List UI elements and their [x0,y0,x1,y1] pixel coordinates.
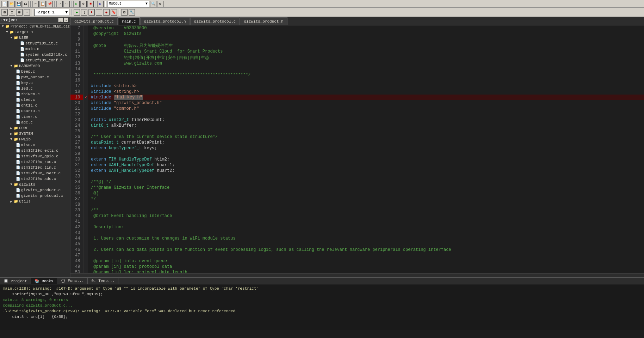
line-content-12[interactable]: 链接|增值|开放|中立|安全|自有|自由|生态 [88,54,644,61]
bottom-tab-build[interactable]: 📚 Books [31,278,57,284]
line-content-22[interactable] [88,111,644,117]
line-content-38[interactable] [88,202,644,207]
mscout-dropdown[interactable]: MsCout ▼ [107,1,149,7]
line-content-24[interactable]: uint8_t aRxBuffer; [88,123,644,128]
line-content-8[interactable]: @copyright Gizwits [88,31,644,37]
tree-core[interactable]: ▶ 📁 CORE [0,125,70,131]
line-content-15[interactable]: ****************************************… [88,72,644,78]
target-dropdown[interactable]: Target 1 ▼ [34,9,69,16]
tb2-btn3[interactable]: ⊠ [16,9,23,16]
tb2-tool-btn[interactable]: 🔧 [129,9,135,16]
tb2-bp4-btn[interactable]: 🔖 [111,9,117,16]
tree-project-root[interactable]: ▼ 📁 Project: C8T6_DHT11_OLED_gizwits [0,24,70,29]
line-content-41[interactable] [88,219,644,224]
cut-btn[interactable]: ✂ [32,1,39,7]
tb2-window-btn[interactable]: ⊞ [121,9,128,16]
tree-adc[interactable]: 📄 adc.c [0,120,70,125]
rebuild-btn[interactable]: ⚙ [80,1,87,7]
new-file-btn[interactable]: 📄 [1,1,8,7]
bottom-tab-project[interactable]: 🔲 Project [0,278,31,284]
line-content-46[interactable]: 2. Users can add data points in the func… [88,247,644,253]
line-content-33[interactable] [88,174,644,179]
tree-usart3[interactable]: 📄 usart3.c [0,108,70,114]
line-content-47[interactable] [88,253,644,258]
tab-gizwits-protocol-h[interactable]: gizwits_protocol.h [140,17,190,25]
line-content-28[interactable]: extern keysTypedef_t keys; [88,145,644,151]
line-content-48[interactable]: @param [in] info: event queue [88,258,644,264]
horizontal-scrollbar[interactable] [70,273,644,277]
line-content-18[interactable]: #include <string.h> [88,89,644,95]
stop-btn[interactable]: ■ [87,1,94,7]
tab-gizwits-protocol-c[interactable]: gizwits_protocol.c [190,17,240,25]
line-content-23[interactable]: static uint32_t timerMsCount; [88,117,644,123]
tree-gizwits-product[interactable]: 📄 gizwits_product.c [0,187,70,193]
tree-gizwits-protocol[interactable]: 📄 gizwits_protocol.c [0,193,70,199]
line-content-26[interactable]: /** User area the current device state s… [88,134,644,140]
tree-adc-fw[interactable]: 📄 stm32f10x_adc.c [0,176,70,182]
tree-system[interactable]: ▶ 📁 SYSTEM [0,131,70,137]
build-btn[interactable]: ▶ [73,1,80,7]
tree-misc[interactable]: 📄 misc.c [0,142,70,148]
tb2-bp2-btn[interactable]: ◌ [96,9,102,16]
line-content-34[interactable]: /**@} */ [88,179,644,185]
tb2-btn1[interactable]: ⊞ [1,9,8,16]
sidebar-close-btn[interactable]: × [64,18,69,23]
tb2-step-btn[interactable]: ⤵ [81,9,87,16]
settings-btn[interactable]: ⚙ [157,1,163,7]
line-content-40[interactable]: @brief Event handling interface [88,213,644,219]
tb2-bp3-btn[interactable]: ◈ [103,9,110,16]
line-content-7[interactable]: @version V03030000 [88,25,644,31]
save-all-btn[interactable]: 🗂 [23,1,29,7]
tree-main-c[interactable]: 📄 main.c [0,46,70,52]
line-content-25[interactable] [88,128,644,134]
tree-target1[interactable]: ▼ 📁 Target 1 [0,29,70,35]
tb2-bp-btn[interactable]: ● [88,9,95,16]
tree-user-folder[interactable]: ▼ 📁 USER [0,35,70,41]
tree-oled[interactable]: 📄 oled.c [0,97,70,103]
tree-utils[interactable]: ▶ 📁 Utils [0,199,70,204]
tree-tim[interactable]: 📄 stm32f10x_tim.c [0,165,70,170]
tree-key[interactable]: 📄 key.c [0,80,70,86]
save-btn[interactable]: 💾 [16,1,22,7]
line-content-11[interactable]: Gizwits Smart Cloud for Smart Products [88,49,644,54]
line-content-20[interactable]: #include "gizwits_product.h" [88,100,644,106]
tree-usart-fw[interactable]: 📄 stm32f10x_usart.c [0,170,70,176]
tree-fwlib[interactable]: ▼ 📁 FWLib [0,137,70,142]
line-content-49[interactable]: @param [in] data: protocol data [88,264,644,270]
sidebar-min-btn[interactable]: _ [58,18,63,23]
tree-timer[interactable]: 📄 timer.c [0,114,70,120]
line-content-17[interactable]: #include <stdio.h> [88,83,644,89]
tree-beep[interactable]: 📄 beep.c [0,69,70,74]
bottom-tab-func[interactable]: {} Func... [57,278,88,284]
undo-btn[interactable]: ↩ [56,1,63,7]
line-content-43[interactable] [88,230,644,236]
line-content-21[interactable]: #include "common.h" [88,106,644,111]
tb2-btn2[interactable]: ⊟ [9,9,15,16]
tree-pwm[interactable]: 📄 pwm_output.c [0,74,70,80]
line-content-45[interactable] [88,241,644,247]
line-content-16[interactable] [88,78,644,83]
line-content-19[interactable]: #include "hal_key.h" [88,95,644,100]
open-btn[interactable]: 📂 [8,1,15,7]
line-content-32[interactable]: extern UART_HandleTypeDef huart2; [88,168,644,174]
copy-btn[interactable]: 📋 [39,1,46,7]
tab-main-c[interactable]: main.c [118,17,140,25]
line-content-9[interactable] [88,37,644,42]
tab-gizwits-product-h[interactable]: gizwits_product.h [240,17,287,25]
debug-btn[interactable]: ▷ [97,1,104,7]
line-content-31[interactable]: extern UART_HandleTypeDef huart1; [88,162,644,168]
line-content-39[interactable]: /** [88,207,644,213]
line-content-36[interactable]: @{ [88,191,644,196]
line-content-30[interactable]: extern TIM_HandleTypeDef htim2; [88,157,644,162]
line-content-42[interactable]: Description: [88,224,644,230]
tb2-btn4[interactable]: ↔ [24,9,30,16]
paste-btn[interactable]: 📌 [47,1,53,7]
tree-system-stm32[interactable]: 📄 system_stm32f10x.c [0,52,70,58]
line-content-27[interactable]: dataPoint_t currentDataPoint; [88,140,644,145]
tb2-run-btn[interactable]: ▶ [74,9,80,16]
line-content-10[interactable]: @note 机智云.只为智能硬件而生 [88,42,644,49]
tree-stm32-conf[interactable]: 📄 stm32f10x_conf.h [0,58,70,63]
tree-exti[interactable]: 📄 stm32f10x_exti.c [0,148,70,153]
tab-gizwits-product-c[interactable]: gizwits_product.c [70,17,118,25]
tree-led[interactable]: 📄 led.c [0,86,70,91]
